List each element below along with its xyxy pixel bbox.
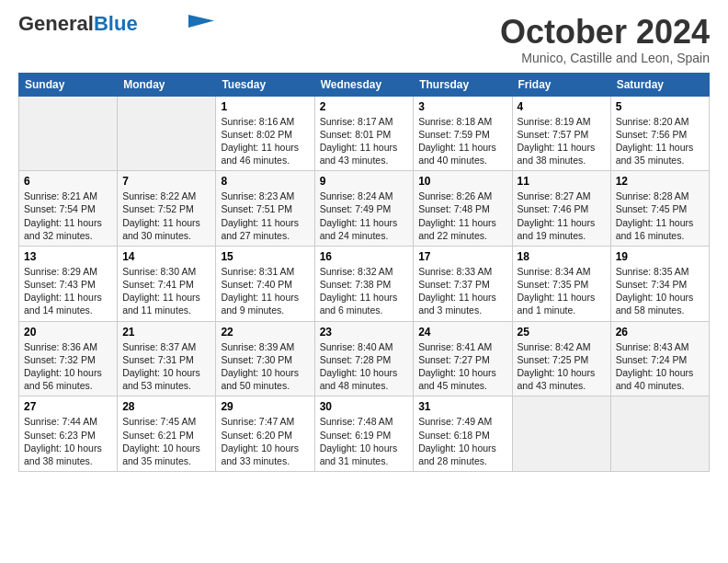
svg-marker-0 [188,15,214,28]
calendar-header-row: SundayMondayTuesdayWednesdayThursdayFrid… [19,73,710,96]
calendar-cell: 24Sunrise: 8:41 AMSunset: 7:27 PMDayligh… [414,321,512,396]
location-text: Munico, Castille and Leon, Spain [500,51,710,65]
day-number: 21 [122,326,210,339]
week-row-5: 27Sunrise: 7:44 AMSunset: 6:23 PMDayligh… [19,396,710,472]
day-number: 20 [24,326,112,339]
day-info: Sunrise: 7:47 AMSunset: 6:20 PMDaylight:… [221,415,309,467]
day-number: 3 [418,100,506,113]
day-info: Sunrise: 8:17 AMSunset: 8:01 PMDaylight:… [320,115,409,167]
day-header-monday: Monday [118,73,216,96]
day-info: Sunrise: 8:19 AMSunset: 7:57 PMDaylight:… [518,115,606,167]
day-number: 5 [616,100,704,113]
calendar-cell [118,96,216,171]
day-number: 16 [320,250,409,263]
calendar-cell: 18Sunrise: 8:34 AMSunset: 7:35 PMDayligh… [512,246,610,321]
day-info: Sunrise: 8:34 AMSunset: 7:35 PMDaylight:… [518,265,606,317]
day-info: Sunrise: 7:48 AMSunset: 6:19 PMDaylight:… [320,415,409,467]
calendar-cell: 11Sunrise: 8:27 AMSunset: 7:46 PMDayligh… [512,171,610,247]
day-number: 26 [616,326,704,339]
day-number: 31 [418,400,506,413]
day-number: 19 [616,250,704,263]
day-number: 2 [320,100,409,113]
calendar-cell: 29Sunrise: 7:47 AMSunset: 6:20 PMDayligh… [216,396,314,472]
day-info: Sunrise: 8:39 AMSunset: 7:30 PMDaylight:… [221,340,309,393]
day-info: Sunrise: 8:27 AMSunset: 7:46 PMDaylight:… [518,190,606,242]
day-info: Sunrise: 8:32 AMSunset: 7:38 PMDaylight:… [320,265,409,317]
day-number: 22 [221,326,309,339]
calendar-cell: 13Sunrise: 8:29 AMSunset: 7:43 PMDayligh… [19,246,118,321]
day-number: 7 [122,175,210,188]
day-info: Sunrise: 8:43 AMSunset: 7:24 PMDaylight:… [616,340,704,393]
week-row-4: 20Sunrise: 8:36 AMSunset: 7:32 PMDayligh… [19,321,710,396]
calendar-cell: 25Sunrise: 8:42 AMSunset: 7:25 PMDayligh… [512,321,610,396]
week-row-3: 13Sunrise: 8:29 AMSunset: 7:43 PMDayligh… [19,246,710,321]
calendar-cell: 26Sunrise: 8:43 AMSunset: 7:24 PMDayligh… [610,321,709,396]
day-number: 27 [24,400,112,413]
day-info: Sunrise: 8:33 AMSunset: 7:37 PMDaylight:… [418,265,506,317]
day-info: Sunrise: 8:35 AMSunset: 7:34 PMDaylight:… [616,265,704,317]
calendar-cell: 1Sunrise: 8:16 AMSunset: 8:02 PMDaylight… [216,96,314,171]
day-number: 1 [221,100,309,113]
day-header-wednesday: Wednesday [314,73,414,96]
day-number: 23 [320,326,409,339]
day-header-thursday: Thursday [414,73,512,96]
calendar-cell: 17Sunrise: 8:33 AMSunset: 7:37 PMDayligh… [414,246,512,321]
calendar-cell [512,396,610,472]
calendar-cell: 16Sunrise: 8:32 AMSunset: 7:38 PMDayligh… [314,246,414,321]
logo-text: GeneralBlue [18,14,138,34]
calendar-cell: 8Sunrise: 8:23 AMSunset: 7:51 PMDaylight… [216,171,314,247]
calendar-cell: 7Sunrise: 8:22 AMSunset: 7:52 PMDaylight… [118,171,216,247]
day-info: Sunrise: 8:26 AMSunset: 7:48 PMDaylight:… [418,190,506,242]
day-number: 28 [122,400,210,413]
day-number: 6 [24,175,112,188]
day-info: Sunrise: 8:37 AMSunset: 7:31 PMDaylight:… [122,340,210,393]
day-info: Sunrise: 8:18 AMSunset: 7:59 PMDaylight:… [418,115,506,167]
logo-icon [188,15,214,28]
calendar-cell: 6Sunrise: 8:21 AMSunset: 7:54 PMDaylight… [19,171,118,247]
calendar-cell: 12Sunrise: 8:28 AMSunset: 7:45 PMDayligh… [610,171,709,247]
day-info: Sunrise: 8:42 AMSunset: 7:25 PMDaylight:… [518,340,606,393]
page-header: GeneralBlue October 2024 Munico, Castill… [18,14,710,65]
calendar-cell: 9Sunrise: 8:24 AMSunset: 7:49 PMDaylight… [314,171,414,247]
calendar-cell: 19Sunrise: 8:35 AMSunset: 7:34 PMDayligh… [610,246,709,321]
calendar-cell: 2Sunrise: 8:17 AMSunset: 8:01 PMDaylight… [314,96,414,171]
day-number: 25 [518,326,606,339]
day-number: 9 [320,175,409,188]
calendar-cell: 4Sunrise: 8:19 AMSunset: 7:57 PMDaylight… [512,96,610,171]
calendar-cell: 27Sunrise: 7:44 AMSunset: 6:23 PMDayligh… [19,396,118,472]
calendar-table: SundayMondayTuesdayWednesdayThursdayFrid… [18,73,710,472]
day-number: 10 [418,175,506,188]
day-number: 12 [616,175,704,188]
calendar-cell: 21Sunrise: 8:37 AMSunset: 7:31 PMDayligh… [118,321,216,396]
logo: GeneralBlue [18,14,214,34]
day-info: Sunrise: 7:45 AMSunset: 6:21 PMDaylight:… [122,415,210,467]
day-number: 30 [320,400,409,413]
day-number: 13 [24,250,112,263]
day-info: Sunrise: 8:22 AMSunset: 7:52 PMDaylight:… [122,190,210,242]
title-block: October 2024 Munico, Castille and Leon, … [500,14,710,65]
day-info: Sunrise: 8:28 AMSunset: 7:45 PMDaylight:… [616,190,704,242]
day-info: Sunrise: 8:16 AMSunset: 8:02 PMDaylight:… [221,115,309,167]
calendar-cell: 5Sunrise: 8:20 AMSunset: 7:56 PMDaylight… [610,96,709,171]
calendar-cell: 15Sunrise: 8:31 AMSunset: 7:40 PMDayligh… [216,246,314,321]
calendar-cell: 31Sunrise: 7:49 AMSunset: 6:18 PMDayligh… [414,396,512,472]
day-info: Sunrise: 8:40 AMSunset: 7:28 PMDaylight:… [320,340,409,393]
calendar-cell: 22Sunrise: 8:39 AMSunset: 7:30 PMDayligh… [216,321,314,396]
calendar-cell: 14Sunrise: 8:30 AMSunset: 7:41 PMDayligh… [118,246,216,321]
calendar-cell: 20Sunrise: 8:36 AMSunset: 7:32 PMDayligh… [19,321,118,396]
day-info: Sunrise: 8:41 AMSunset: 7:27 PMDaylight:… [418,340,506,393]
day-number: 17 [418,250,506,263]
day-info: Sunrise: 8:29 AMSunset: 7:43 PMDaylight:… [24,265,112,317]
day-header-sunday: Sunday [19,73,118,96]
day-number: 24 [418,326,506,339]
week-row-2: 6Sunrise: 8:21 AMSunset: 7:54 PMDaylight… [19,171,710,247]
day-number: 14 [122,250,210,263]
day-number: 8 [221,175,309,188]
day-header-tuesday: Tuesday [216,73,314,96]
day-number: 4 [518,100,606,113]
calendar-cell [19,96,118,171]
day-info: Sunrise: 8:20 AMSunset: 7:56 PMDaylight:… [616,115,704,167]
day-info: Sunrise: 8:30 AMSunset: 7:41 PMDaylight:… [122,265,210,317]
day-info: Sunrise: 8:31 AMSunset: 7:40 PMDaylight:… [221,265,309,317]
month-title: October 2024 [500,14,710,51]
